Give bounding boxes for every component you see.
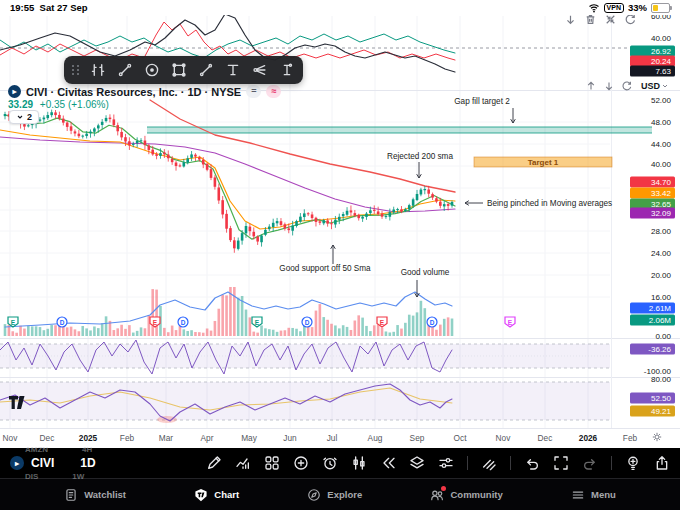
svg-text:0.00: 0.00 [655,332,671,341]
svg-text:Nov: Nov [3,433,19,443]
toolbar-interval-button[interactable]: 1D [80,456,95,470]
svg-text:24.00: 24.00 [651,249,672,258]
axis-settings-gear-icon[interactable] [653,433,661,441]
bottom-nav: WatchlistChartExploreCommunityMenu [0,478,680,510]
svg-text:80.00: 80.00 [651,375,672,384]
nav-item-community[interactable]: Community [430,488,502,502]
approx-pill[interactable]: ≈ [266,85,281,98]
tv-logo-icon [194,488,208,502]
symbol-logo: ▸ [8,85,21,98]
ellipse-tool-icon[interactable] [144,62,160,78]
svg-text:Oct: Oct [454,433,468,443]
svg-text:Target 1: Target 1 [528,158,559,167]
time-axis[interactable]: NovDec2025FebMarAprMayJunJulAugSepOctNov… [3,433,638,443]
indicators-collapse-button[interactable]: 2 [9,110,39,124]
rectangle-tool-icon[interactable] [171,62,187,78]
toolbar-symbol-button[interactable]: CIVI [31,456,54,470]
svg-text:52.00: 52.00 [651,96,672,105]
svg-text:Nov: Nov [496,433,512,443]
nav-item-menu[interactable]: Menu [571,488,616,502]
axis-label: 16.00 [651,293,672,302]
layout-button[interactable] [264,455,280,471]
last-price: 33.29 [8,99,33,110]
menu-icon [571,488,585,502]
multichart-button[interactable] [481,455,497,471]
annotation-text: Being pinched in Moving averages [487,199,612,208]
notification-dot [441,486,446,491]
svg-text:Apr: Apr [201,433,214,443]
svg-text:May: May [241,433,258,443]
replay-button[interactable] [380,455,396,471]
scale-up-button[interactable] [585,80,597,92]
nav-item-explore[interactable]: Explore [307,488,362,502]
axis-label: 20.24 [630,56,675,67]
axis-label: 26.92 [630,46,675,57]
bars-pattern-tool-icon[interactable] [90,62,106,78]
fullscreen-button[interactable] [553,455,569,471]
svg-text:Sep: Sep [410,433,425,443]
watchlist-icon [64,488,78,502]
axis-label: 2.06M [630,315,675,326]
status-bar: 19:55 Sat 27 Sep VPN 33% [0,0,680,15]
currency-selector[interactable]: USD [641,81,669,91]
indicators-button[interactable] [235,455,251,471]
battery-icon [651,3,670,13]
dividend-badge[interactable]: D [178,317,188,327]
nav-item-chart[interactable]: Chart [194,488,239,502]
nav-label: Explore [327,489,362,500]
axis-label: 52.50 [630,393,675,404]
redo-button[interactable] [582,455,598,471]
indicator-count: 2 [27,112,32,122]
axis-label: 33.42 [630,188,675,199]
dividend-badge[interactable]: D [57,317,67,327]
svg-text:32.09: 32.09 [651,209,672,218]
drag-handle[interactable] [72,65,80,75]
draw-button[interactable] [206,455,222,471]
vpn-badge: VPN [604,3,624,13]
svg-text:Dec: Dec [538,433,553,443]
svg-text:D: D [181,319,186,326]
svg-text:28.00: 28.00 [651,227,672,236]
axis-label: 40.00 [651,34,672,43]
pitchfan-tool-icon[interactable] [252,62,268,78]
volume-bars [4,287,454,336]
price-range-tool-icon[interactable] [279,62,295,78]
add-symbol-button[interactable] [293,455,309,471]
svg-text:26.92: 26.92 [651,47,672,56]
axis-label: 48.00 [651,118,672,127]
axis-label: 7.63 [630,66,675,77]
chart-type-button[interactable] [351,455,367,471]
nav-item-watchlist[interactable]: Watchlist [64,488,126,502]
svg-text:-36.26: -36.26 [648,345,671,354]
earnings-badge[interactable]: E [505,317,515,327]
layers-button[interactable] [409,455,425,471]
compare-pill[interactable]: = [246,85,261,98]
svg-text:D: D [430,319,435,326]
chart-header: ▸ CIVI · Civitas Resources, Inc. · 1D · … [8,85,281,98]
svg-text:2026: 2026 [579,433,598,443]
dividend-badge[interactable]: D [427,317,437,327]
annotation-text: Good support off 50 Sma [279,264,371,273]
text-tool-icon[interactable] [225,62,241,78]
idea-button[interactable] [625,455,641,471]
drawing-toolbar[interactable] [64,56,303,84]
status-time-date: 19:55 Sat 27 Sep [10,2,88,13]
nav-label: Chart [214,489,239,500]
wifi-icon [588,2,600,14]
undo-button[interactable] [524,455,540,471]
svg-text:Mar: Mar [159,433,174,443]
svg-text:34.70: 34.70 [651,178,672,187]
svg-text:E: E [255,319,260,326]
auto-scale-button[interactable] [621,80,633,92]
dividend-badge[interactable]: D [302,317,312,327]
trend-line-tool-icon[interactable] [117,62,133,78]
line-tool-icon[interactable] [198,62,214,78]
chart-settings-button[interactable] [438,455,454,471]
price-axis[interactable]: 60.0040.0026.9220.247.6352.0048.0044.004… [630,12,675,417]
alert-button[interactable] [322,455,338,471]
symbol-title[interactable]: CIVI · Civitas Resources, Inc. · 1D · NY… [26,86,241,98]
scale-down-button[interactable] [603,80,615,92]
axis-label: 20.00 [651,271,672,280]
axis-label: 28.00 [651,227,672,236]
share-button[interactable] [654,455,670,471]
